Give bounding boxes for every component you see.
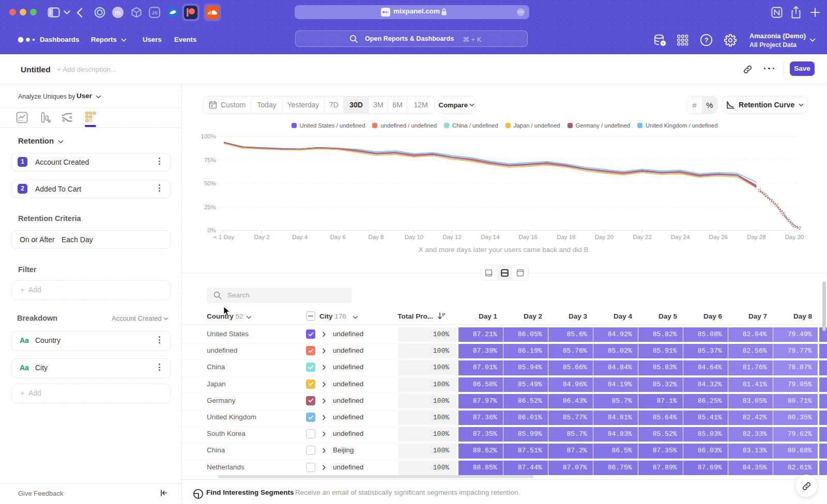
svg-text:Day 6: Day 6 bbox=[330, 234, 346, 240]
svg-text:Day 28: Day 28 bbox=[747, 234, 765, 240]
svg-text:25%: 25% bbox=[204, 204, 216, 210]
svg-text:Day 10: Day 10 bbox=[405, 234, 423, 240]
svg-text:50%: 50% bbox=[204, 180, 216, 186]
svg-text:Day 2: Day 2 bbox=[254, 234, 270, 240]
svg-text:JS: JS bbox=[151, 10, 158, 15]
svg-text:Day 22: Day 22 bbox=[633, 234, 651, 240]
svg-text:Day 8: Day 8 bbox=[368, 234, 384, 240]
svg-text:0%: 0% bbox=[207, 227, 216, 233]
svg-text:Day 4: Day 4 bbox=[292, 234, 308, 240]
svg-text:Day 14: Day 14 bbox=[481, 234, 500, 240]
svg-text:Day 18: Day 18 bbox=[557, 234, 575, 240]
svg-text:Day 16: Day 16 bbox=[519, 234, 538, 240]
svg-text:75%: 75% bbox=[204, 157, 216, 163]
svg-text:Day 24: Day 24 bbox=[671, 234, 690, 240]
svg-text:< 1 Day: < 1 Day bbox=[213, 234, 234, 240]
svg-text:Day 30: Day 30 bbox=[785, 234, 804, 240]
svg-text:Day 20: Day 20 bbox=[595, 234, 614, 240]
svg-text:Day 12: Day 12 bbox=[442, 234, 461, 240]
svg-text:100%: 100% bbox=[201, 133, 216, 139]
svg-text:m: m bbox=[115, 9, 121, 17]
svg-text:Day 26: Day 26 bbox=[709, 234, 728, 240]
svg-text:?: ? bbox=[705, 37, 709, 44]
